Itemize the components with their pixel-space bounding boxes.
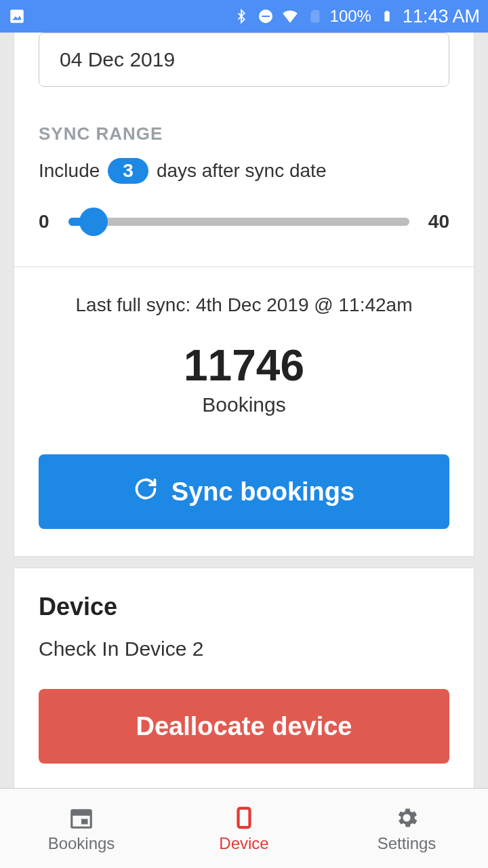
bottom-nav: Bookings Device Settings [0, 788, 488, 868]
sim-icon [306, 7, 323, 25]
phone-icon [230, 804, 258, 831]
include-prefix: Include [39, 160, 100, 182]
device-name: Check In Device 2 [14, 637, 474, 671]
nav-settings[interactable]: Settings [325, 789, 488, 868]
picture-icon [8, 7, 26, 25]
svg-rect-7 [72, 810, 92, 815]
svg-rect-4 [384, 12, 390, 21]
dnd-icon [257, 7, 274, 25]
slider-max: 40 [428, 211, 449, 233]
status-time: 11:43 AM [403, 6, 480, 27]
nav-device-label: Device [219, 834, 268, 853]
deallocate-device-button[interactable]: Deallocate device [39, 689, 449, 764]
svg-rect-5 [386, 11, 388, 12]
sync-range-label: SYNC RANGE [14, 123, 474, 144]
deallocate-device-label: Deallocate device [136, 712, 352, 741]
sync-bookings-button[interactable]: Sync bookings [39, 454, 449, 529]
include-days-row: Include 3 days after sync date [14, 144, 474, 191]
sync-icon [134, 477, 158, 507]
sync-bookings-label: Sync bookings [171, 477, 354, 507]
slider-min: 0 [39, 211, 49, 233]
wifi-icon [281, 7, 299, 25]
sync-range-slider[interactable] [68, 218, 409, 226]
include-suffix: days after sync date [157, 160, 327, 182]
bookings-count: 11746 [39, 340, 449, 391]
nav-settings-label: Settings [378, 834, 436, 853]
sync-date-field[interactable]: 04 Dec 2019 [39, 33, 449, 87]
battery-icon [378, 7, 396, 25]
android-status-bar: 100% 11:43 AM [0, 0, 488, 33]
main-content: 04 Dec 2019 SYNC RANGE Include 3 days af… [0, 33, 488, 788]
nav-bookings[interactable]: Bookings [0, 789, 163, 868]
svg-rect-0 [10, 9, 24, 23]
calendar-icon [68, 804, 95, 831]
svg-rect-8 [81, 818, 88, 824]
gear-icon [393, 804, 420, 831]
last-sync-text: Last full sync: 4th Dec 2019 @ 11:42am [39, 294, 449, 316]
battery-percent: 100% [330, 7, 371, 26]
include-days-pill: 3 [108, 158, 148, 184]
bluetooth-icon [232, 7, 250, 25]
device-heading: Device [14, 568, 474, 637]
nav-device[interactable]: Device [163, 789, 325, 868]
svg-rect-9 [239, 808, 250, 827]
svg-rect-3 [262, 16, 270, 17]
nav-bookings-label: Bookings [48, 834, 115, 853]
bookings-count-label: Bookings [39, 393, 449, 416]
slider-thumb[interactable] [79, 208, 108, 236]
